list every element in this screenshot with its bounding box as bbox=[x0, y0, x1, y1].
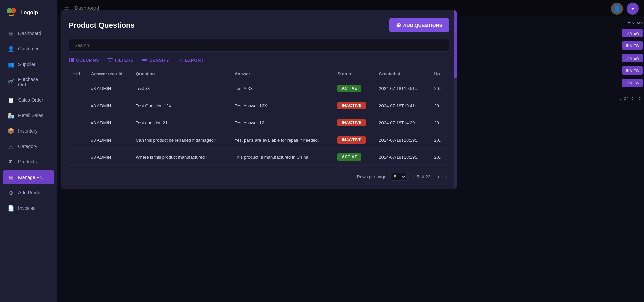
svg-rect-9 bbox=[142, 59, 147, 60]
cell-question: Test Question 12X bbox=[131, 97, 230, 114]
filters-label: FILTERS bbox=[115, 58, 134, 63]
reviews-label: Reviews bbox=[628, 20, 643, 25]
density-button[interactable]: DENSITY bbox=[142, 57, 169, 63]
view-label-4: VIEW bbox=[630, 69, 639, 73]
magic-button[interactable]: ✦ bbox=[627, 3, 639, 15]
table-row: #3 ADMIN Test Question 12X Test Answer 1… bbox=[69, 97, 449, 114]
sidebar-logo: Logolp bbox=[0, 3, 57, 26]
table-header: r id Answer user id Question Answer Stat… bbox=[69, 68, 449, 80]
svg-rect-3 bbox=[71, 58, 72, 62]
col-r-id: r id bbox=[69, 68, 86, 80]
svg-rect-11 bbox=[142, 62, 147, 62]
sidebar-item-invoices[interactable]: 📄 Invoices bbox=[3, 201, 54, 215]
export-icon bbox=[177, 57, 183, 63]
pagination-prev[interactable]: ‹ bbox=[436, 173, 442, 181]
col-status: Status bbox=[333, 68, 374, 80]
svg-point-1 bbox=[11, 8, 16, 13]
product-questions-table: r id Answer user id Question Answer Stat… bbox=[69, 68, 449, 166]
columns-button[interactable]: COLUMNS bbox=[69, 57, 99, 63]
cell-answer-user-id: #3 ADMIN bbox=[86, 131, 131, 149]
view-button-2[interactable]: ⊞ VIEW bbox=[622, 41, 643, 50]
svg-rect-8 bbox=[142, 58, 147, 58]
view-button-3[interactable]: ⊞ VIEW bbox=[622, 54, 643, 62]
right-panel: Reviews ⊞ VIEW ⊞ VIEW ⊞ VIEW ⊞ VIEW ⊞ VI… bbox=[617, 0, 644, 102]
sidebar-item-purchase-order[interactable]: 🛒 Purchase Ord... bbox=[3, 73, 54, 91]
sidebar-item-label: Invoices bbox=[18, 205, 35, 211]
cell-created-at: 2024-07-18T18:29:... bbox=[374, 131, 429, 149]
category-icon: △ bbox=[8, 143, 14, 149]
cell-question: Where is this product manufactured? bbox=[131, 149, 230, 166]
sidebar-item-label: Inventory bbox=[18, 128, 38, 134]
table-row: #3 ADMIN Where is this product manufactu… bbox=[69, 149, 449, 166]
add-questions-label: ADD QUESTIONS bbox=[403, 23, 442, 28]
cell-status: INACTIVE bbox=[333, 97, 374, 114]
table-row: #3 ADMIN Test question 21 Test Answer 12… bbox=[69, 114, 449, 131]
cell-updated: 20... bbox=[429, 114, 449, 131]
modal-title: Product Questions bbox=[69, 21, 135, 30]
rows-per-page: Rows per page: 5 10 25 bbox=[357, 173, 407, 181]
cell-status: ACTIVE bbox=[333, 80, 374, 97]
cell-answer: Test Answer 12 bbox=[230, 114, 333, 131]
sidebar-item-sales-order[interactable]: 📋 Sales Order bbox=[3, 93, 54, 107]
product-questions-modal: Product Questions ⊕ ADD QUESTIONS COLUMN… bbox=[61, 10, 457, 189]
export-label: EXPORT bbox=[185, 58, 204, 63]
col-updated: Up bbox=[429, 68, 449, 80]
cell-r-id bbox=[69, 97, 86, 114]
columns-label: COLUMNS bbox=[76, 58, 99, 63]
density-icon bbox=[142, 57, 147, 63]
table-toolbar: COLUMNS FILTERS bbox=[69, 57, 449, 63]
add-product-icon: ⊕ bbox=[8, 190, 14, 196]
filters-button[interactable]: FILTERS bbox=[107, 57, 134, 63]
cell-answer-user-id: #3 ADMIN bbox=[86, 80, 131, 97]
topright-actions: 👤 ✦ bbox=[611, 3, 639, 15]
sidebar-item-label: Category bbox=[18, 144, 37, 149]
filters-icon bbox=[107, 57, 113, 63]
modal-header: Product Questions ⊕ ADD QUESTIONS bbox=[69, 18, 449, 32]
export-button[interactable]: EXPORT bbox=[177, 57, 204, 63]
status-badge: INACTIVE bbox=[337, 119, 366, 126]
cell-answer: This product is manufactured in China. bbox=[230, 149, 333, 166]
main-content: ☰ Dashboard 👤 ✦ Product Questions ⊕ ADD … bbox=[57, 0, 644, 302]
cell-r-id bbox=[69, 131, 86, 149]
search-input[interactable] bbox=[69, 39, 449, 52]
pagination-next[interactable]: › bbox=[443, 173, 449, 181]
right-panel-next[interactable]: › bbox=[637, 94, 643, 102]
cell-created-at: 2024-07-18T19:41:... bbox=[374, 97, 429, 114]
add-questions-button[interactable]: ⊕ ADD QUESTIONS bbox=[389, 18, 449, 32]
view-button-5[interactable]: ⊞ VIEW bbox=[622, 79, 643, 87]
sidebar-item-category[interactable]: △ Category bbox=[3, 139, 54, 153]
user-avatar[interactable]: 👤 bbox=[611, 3, 623, 15]
svg-rect-4 bbox=[72, 58, 74, 62]
sidebar-item-inventory[interactable]: 📦 Inventory bbox=[3, 124, 54, 138]
sidebar-item-manage-products[interactable]: ⊞ Manage Pr... bbox=[3, 170, 54, 184]
sales-order-icon: 📋 bbox=[8, 97, 14, 103]
sidebar-item-customer[interactable]: 👤 Customer bbox=[3, 42, 54, 56]
sidebar-item-label: Manage Pr... bbox=[18, 175, 45, 180]
status-badge: INACTIVE bbox=[337, 102, 366, 109]
view-label-2: VIEW bbox=[630, 44, 639, 48]
sidebar-item-dashboard[interactable]: ⊞ Dashboard bbox=[3, 26, 54, 40]
sidebar-item-retail-sales[interactable]: 🏪 Retail Sales bbox=[3, 108, 54, 122]
status-badge: ACTIVE bbox=[337, 153, 361, 161]
status-badge: ACTIVE bbox=[337, 85, 361, 92]
view-label-5: VIEW bbox=[630, 81, 639, 85]
cell-answer-user-id: #3 ADMIN bbox=[86, 114, 131, 131]
grid-icon-2: ⊞ bbox=[626, 43, 629, 48]
view-button-4[interactable]: ⊞ VIEW bbox=[622, 66, 643, 75]
sidebar-item-supplier[interactable]: 👥 Supplier bbox=[3, 57, 54, 71]
svg-rect-6 bbox=[108, 60, 112, 60]
view-button-1[interactable]: ⊞ VIEW bbox=[622, 29, 643, 37]
status-badge: INACTIVE bbox=[337, 136, 366, 144]
rows-per-page-select[interactable]: 5 10 25 bbox=[390, 173, 407, 181]
svg-rect-5 bbox=[107, 58, 113, 59]
cell-updated: 20... bbox=[429, 131, 449, 149]
cell-question: Test x3 bbox=[131, 80, 230, 97]
right-panel-prev[interactable]: ‹ bbox=[629, 94, 635, 102]
table-row: #3 ADMIN Can this product be repaired if… bbox=[69, 131, 449, 149]
sidebar-item-label: Add Produ... bbox=[18, 190, 44, 195]
sidebar-item-products[interactable]: 🛍 Products bbox=[3, 155, 54, 169]
sidebar-item-add-product[interactable]: ⊕ Add Produ... bbox=[3, 186, 54, 200]
grid-icon-5: ⊞ bbox=[626, 81, 629, 85]
of-27-text: of 27 bbox=[620, 96, 628, 100]
scroll-thumb[interactable] bbox=[454, 10, 457, 78]
